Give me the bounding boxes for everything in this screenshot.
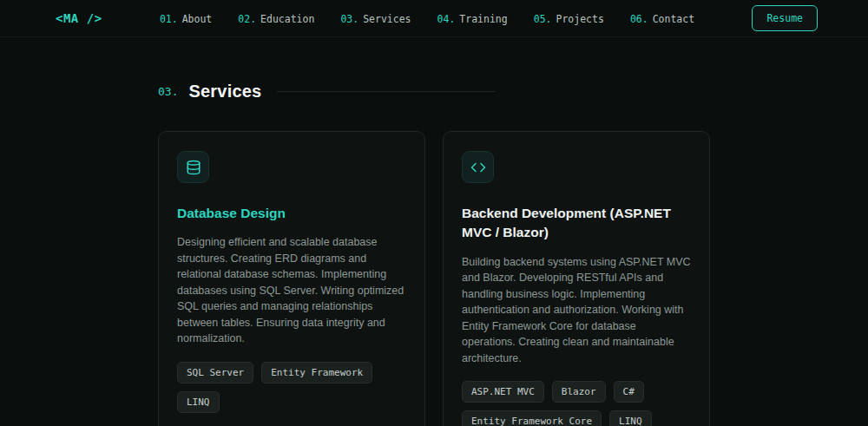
services-section: 03. Services Database Design Designing e… bbox=[158, 37, 710, 426]
tag: Entity Framework Core bbox=[462, 410, 602, 426]
tag: SQL Server bbox=[177, 362, 253, 383]
nav-item-number: 05. bbox=[534, 13, 552, 25]
nav-item-about[interactable]: 01.About bbox=[160, 13, 212, 25]
nav-item-number: 01. bbox=[160, 13, 178, 25]
tag: LINQ bbox=[609, 410, 652, 426]
nav-links: 01.About 02.Education 03.Services 04.Tra… bbox=[160, 10, 694, 26]
code-icon bbox=[462, 151, 494, 183]
nav-item-number: 04. bbox=[437, 13, 456, 25]
nav-item-label: About bbox=[182, 13, 213, 25]
nav-item-label: Services bbox=[363, 13, 411, 25]
nav-item-projects[interactable]: 05.Projects bbox=[534, 13, 604, 25]
nav-item-education[interactable]: 02.Education bbox=[238, 13, 314, 25]
tag: Entity Framework bbox=[261, 362, 372, 383]
nav-item-label: Contact bbox=[653, 13, 694, 25]
nav-item-number: 02. bbox=[238, 13, 256, 25]
service-card-database-design: Database Design Designing efficient and … bbox=[158, 131, 425, 426]
card-title: Database Design bbox=[177, 204, 286, 223]
navbar: <MA /> 01.About 02.Education 03.Services… bbox=[0, 0, 868, 37]
service-cards: Database Design Designing efficient and … bbox=[158, 131, 710, 426]
tag: LINQ bbox=[177, 391, 220, 413]
card-tags: ASP.NET MVC Blazor C# Entity Framework C… bbox=[462, 381, 691, 426]
tag: C# bbox=[614, 381, 644, 403]
nav-item-services[interactable]: 03.Services bbox=[340, 13, 411, 25]
nav-item-number: 06. bbox=[630, 13, 648, 25]
service-card-backend-development: Backend Development (ASP.NET MVC / Blazo… bbox=[443, 131, 710, 426]
nav-item-contact[interactable]: 06.Contact bbox=[630, 13, 694, 25]
nav-item-training[interactable]: 04.Training bbox=[437, 13, 508, 25]
section-header: 03. Services bbox=[158, 82, 710, 102]
nav-item-label: Training bbox=[459, 13, 507, 25]
tag: Blazor bbox=[552, 381, 606, 403]
database-icon bbox=[177, 151, 209, 183]
resume-button[interactable]: Resume bbox=[752, 5, 818, 31]
main-nav: 01.About 02.Education 03.Services 04.Tra… bbox=[160, 10, 694, 26]
nav-item-label: Projects bbox=[556, 13, 604, 25]
section-divider bbox=[277, 91, 496, 92]
nav-item-label: Education bbox=[260, 13, 314, 25]
site-logo[interactable]: <MA /> bbox=[56, 11, 102, 25]
section-number: 03. bbox=[158, 85, 178, 98]
card-description: Designing efficient and scalable databas… bbox=[177, 234, 406, 347]
tag: ASP.NET MVC bbox=[462, 381, 544, 403]
section-title: Services bbox=[188, 82, 261, 102]
card-description: Building backend systems using ASP.NET M… bbox=[462, 254, 691, 367]
card-tags: SQL Server Entity Framework LINQ bbox=[177, 362, 406, 413]
card-title: Backend Development (ASP.NET MVC / Blazo… bbox=[462, 204, 691, 243]
nav-item-number: 03. bbox=[340, 13, 358, 25]
